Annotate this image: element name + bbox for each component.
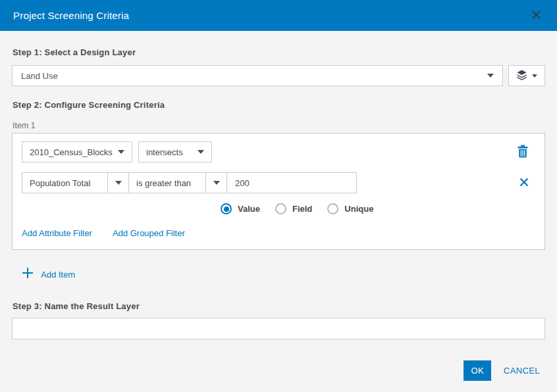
delete-item-button[interactable] bbox=[517, 145, 529, 160]
chevron-down-icon bbox=[205, 173, 226, 193]
chevron-down-icon bbox=[107, 173, 128, 193]
radio-label: Field bbox=[292, 204, 312, 214]
radio-option-unique[interactable]: Unique bbox=[327, 203, 373, 214]
remove-filter-button[interactable] bbox=[519, 178, 529, 189]
layer-options-button[interactable] bbox=[508, 65, 545, 86]
radio-option-value[interactable]: Value bbox=[221, 203, 260, 214]
radio-label: Unique bbox=[344, 204, 373, 214]
item-label: Item 1 bbox=[13, 121, 545, 130]
close-x-icon bbox=[519, 178, 529, 189]
result-layer-name-input[interactable] bbox=[12, 318, 545, 339]
chevron-down-icon bbox=[532, 74, 537, 78]
attribute-filter-row: Population Total is greater than bbox=[22, 172, 535, 193]
trash-icon bbox=[517, 145, 529, 160]
project-screening-criteria-dialog: Project Screening Criteria Step 1: Selec… bbox=[0, 0, 557, 339]
radio-label: Value bbox=[238, 204, 260, 214]
chevron-down-icon bbox=[487, 74, 494, 78]
design-layer-select-value: Land Use bbox=[21, 71, 58, 81]
close-icon bbox=[531, 10, 541, 22]
radio-button-icon[interactable] bbox=[221, 203, 232, 214]
radio-button-icon[interactable] bbox=[327, 203, 338, 214]
chevron-down-icon bbox=[118, 150, 124, 154]
step1-label: Step 1: Select a Design Layer bbox=[13, 47, 545, 57]
radio-option-field[interactable]: Field bbox=[275, 203, 312, 214]
radio-button-icon[interactable] bbox=[275, 203, 286, 214]
dialog-header: Project Screening Criteria bbox=[0, 0, 557, 31]
close-button[interactable] bbox=[529, 7, 544, 24]
cancel-button[interactable]: CANCEL bbox=[502, 363, 541, 378]
attribute-operator-select-value: is greater than bbox=[129, 178, 205, 188]
step3-label: Step 3: Name the Result Layer bbox=[13, 301, 545, 311]
step2-label: Step 2: Configure Screening Criteria bbox=[13, 100, 545, 110]
chevron-down-icon bbox=[198, 150, 204, 154]
ok-button[interactable]: OK bbox=[464, 360, 491, 381]
add-attribute-filter-link[interactable]: Add Attribute Filter bbox=[22, 228, 92, 238]
add-grouped-filter-link[interactable]: Add Grouped Filter bbox=[113, 228, 185, 238]
design-layer-select[interactable]: Land Use bbox=[12, 65, 503, 86]
filter-value-type-radios: Value Field Unique bbox=[221, 203, 535, 214]
design-layer-row: Land Use bbox=[12, 65, 545, 86]
spatial-operator-select[interactable]: intersects bbox=[138, 141, 212, 162]
plus-icon bbox=[22, 267, 34, 282]
layers-icon bbox=[516, 70, 527, 82]
add-item-button[interactable]: Add Item bbox=[22, 267, 545, 282]
attribute-field-select-value: Population Total bbox=[22, 178, 107, 188]
spatial-operator-select-value: intersects bbox=[146, 147, 183, 157]
attribute-field-select[interactable]: Population Total bbox=[22, 172, 129, 193]
criteria-layer-select-value: 2010_Census_Blocks bbox=[30, 147, 113, 157]
criteria-item-card: 2010_Census_Blocks intersects bbox=[12, 133, 545, 250]
attribute-value-input[interactable] bbox=[226, 172, 357, 193]
criteria-layer-select[interactable]: 2010_Census_Blocks bbox=[22, 141, 132, 162]
dialog-footer: OK CANCEL bbox=[464, 360, 541, 381]
add-item-label: Add Item bbox=[41, 270, 75, 280]
attribute-operator-select[interactable]: is greater than bbox=[128, 172, 227, 193]
dialog-title: Project Screening Criteria bbox=[13, 10, 129, 21]
filter-links-row: Add Attribute Filter Add Grouped Filter bbox=[22, 228, 535, 238]
dialog-body: Step 1: Select a Design Layer Land Use S… bbox=[0, 47, 557, 339]
spatial-criteria-row: 2010_Census_Blocks intersects bbox=[22, 141, 535, 162]
